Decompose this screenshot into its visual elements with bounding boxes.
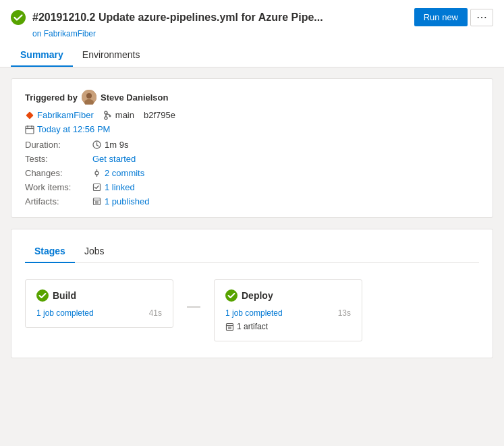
stage-deploy-name: Deploy <box>242 290 273 301</box>
duration-value: 1m 9s <box>92 140 479 150</box>
clock-icon <box>92 140 101 149</box>
artifacts-label: Artifacts: <box>25 196 92 206</box>
main-content: Triggered by Steve Danielson FabrikamFib… <box>0 67 504 369</box>
calendar-icon <box>25 125 34 134</box>
commits-icon <box>92 169 101 177</box>
header-top: #20191210.2 Update azure-pipelines.yml f… <box>11 8 493 26</box>
svg-point-24 <box>36 289 49 302</box>
changes-label: Changes: <box>25 168 92 178</box>
pipeline-subtitle[interactable]: on FabrikamFiber <box>32 29 493 38</box>
repo-branch-row: FabrikamFiber main b2f795e <box>25 110 479 120</box>
avatar <box>82 90 96 105</box>
stage-build-jobs[interactable]: 1 job completed <box>36 308 94 318</box>
svg-point-6 <box>105 117 107 119</box>
tab-stages[interactable]: Stages <box>25 240 75 263</box>
tests-value: Get started <box>92 154 479 164</box>
artifacts-value: 1 published <box>92 196 479 206</box>
svg-point-16 <box>95 171 99 175</box>
summary-card: Triggered by Steve Danielson FabrikamFib… <box>11 78 493 218</box>
artifacts-text[interactable]: 1 published <box>105 196 150 206</box>
workitem-icon <box>92 183 101 192</box>
datetime-value: Today at 12:56 PM <box>37 124 110 134</box>
more-options-button[interactable]: ⋯ <box>470 9 493 26</box>
repo-item: FabrikamFiber <box>25 110 94 120</box>
svg-rect-9 <box>26 126 34 134</box>
stage-deploy-details: 1 job completed 13s <box>225 308 351 318</box>
artifact-icon <box>92 197 101 206</box>
branch-icon <box>103 111 113 120</box>
stage-deploy-duration: 13s <box>338 308 351 318</box>
pipeline-title: #20191210.2 Update azure-pipelines.yml f… <box>32 11 323 24</box>
workitems-label: Work items: <box>25 182 92 192</box>
tab-environments[interactable]: Environments <box>73 44 150 67</box>
stage-deploy: Deploy 1 job completed 13s 1 artifact <box>214 279 362 341</box>
stage-build-details: 1 job completed 41s <box>36 308 162 318</box>
tab-jobs[interactable]: Jobs <box>75 240 114 263</box>
svg-point-0 <box>11 10 26 25</box>
run-new-button[interactable]: Run new <box>414 8 468 26</box>
header-title-row: #20191210.2 Update azure-pipelines.yml f… <box>11 10 323 25</box>
stages-grid: Build 1 job completed 41s Deploy <box>25 274 479 347</box>
stage-build-success-icon <box>36 289 49 302</box>
workitems-value: 1 linked <box>92 182 479 192</box>
svg-point-25 <box>225 289 237 302</box>
pipeline-success-icon <box>11 10 26 25</box>
stage-deploy-header: Deploy <box>225 289 351 302</box>
changes-text[interactable]: 2 commits <box>105 168 144 178</box>
datetime-item: Today at 12:56 PM <box>25 124 110 134</box>
duration-label: Duration: <box>25 140 92 150</box>
stage-deploy-artifact: 1 artifact <box>225 322 351 331</box>
page-header: #20191210.2 Update azure-pipelines.yml f… <box>0 0 504 67</box>
stage-build: Build 1 job completed 41s <box>25 279 173 328</box>
branch-name: main <box>115 110 134 120</box>
stage-build-header: Build <box>36 289 162 302</box>
changes-value: 2 commits <box>92 168 479 178</box>
main-tabs: Summary Environments <box>11 44 493 67</box>
stage-build-duration: 41s <box>149 308 162 318</box>
deploy-artifact-icon <box>225 323 234 331</box>
triggered-by-label: Triggered by <box>25 92 78 103</box>
commit-hash: b2f795e <box>144 110 175 120</box>
svg-rect-4 <box>26 111 33 119</box>
duration-text: 1m 9s <box>105 140 128 150</box>
details-grid: Duration: 1m 9s Tests: Get started Chang… <box>25 140 479 206</box>
deploy-artifact-text: 1 artifact <box>237 322 268 331</box>
tests-label: Tests: <box>25 154 92 164</box>
datetime-row: Today at 12:56 PM <box>25 124 479 134</box>
svg-point-8 <box>109 115 111 117</box>
header-actions: Run new ⋯ <box>414 8 493 26</box>
stage-connector <box>187 306 200 308</box>
svg-line-15 <box>97 145 99 146</box>
stage-build-name: Build <box>53 290 76 301</box>
triggered-by-user: Steve Danielson <box>101 92 168 103</box>
stage-deploy-success-icon <box>225 289 237 302</box>
branch-item: main <box>103 110 134 120</box>
workitems-text[interactable]: 1 linked <box>105 182 135 192</box>
stage-deploy-jobs[interactable]: 1 job completed <box>225 308 283 318</box>
stages-card: Stages Jobs Build 1 job completed 41s <box>11 229 493 358</box>
tests-link[interactable]: Get started <box>92 154 136 164</box>
tab-summary[interactable]: Summary <box>11 44 73 67</box>
repo-icon <box>25 111 34 120</box>
triggered-row: Triggered by Steve Danielson <box>25 90 479 105</box>
svg-point-2 <box>86 93 92 99</box>
repo-name[interactable]: FabrikamFiber <box>37 110 94 120</box>
stages-tabs: Stages Jobs <box>25 240 479 263</box>
